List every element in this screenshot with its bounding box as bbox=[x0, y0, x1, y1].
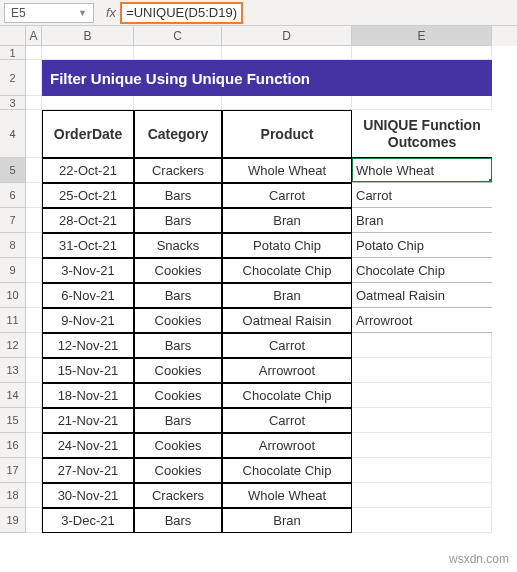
cell[interactable] bbox=[26, 46, 42, 60]
cell-product[interactable]: Bran bbox=[222, 208, 352, 233]
cell-category[interactable]: Bars bbox=[134, 333, 222, 358]
cell-category[interactable]: Cookies bbox=[134, 358, 222, 383]
cell-unique-out[interactable]: Bran bbox=[352, 208, 492, 233]
row-header[interactable]: 3 bbox=[0, 96, 26, 110]
row-header[interactable]: 16 bbox=[0, 433, 26, 458]
header-category[interactable]: Category bbox=[134, 110, 222, 158]
cell[interactable] bbox=[352, 96, 492, 110]
cell[interactable] bbox=[26, 508, 42, 533]
cell[interactable] bbox=[352, 508, 492, 533]
cell-orderdate[interactable]: 3-Dec-21 bbox=[42, 508, 134, 533]
header-orderdate[interactable]: OrderDate bbox=[42, 110, 134, 158]
cell[interactable] bbox=[352, 408, 492, 433]
cell[interactable] bbox=[352, 358, 492, 383]
cell[interactable] bbox=[26, 183, 42, 208]
cell-product[interactable]: Bran bbox=[222, 283, 352, 308]
cell-orderdate[interactable]: 25-Oct-21 bbox=[42, 183, 134, 208]
cell[interactable] bbox=[26, 408, 42, 433]
cell[interactable] bbox=[134, 96, 222, 110]
cell[interactable] bbox=[222, 96, 352, 110]
cell-orderdate[interactable]: 30-Nov-21 bbox=[42, 483, 134, 508]
cell[interactable] bbox=[26, 208, 42, 233]
cell[interactable] bbox=[26, 308, 42, 333]
cell-orderdate[interactable]: 24-Nov-21 bbox=[42, 433, 134, 458]
cell-unique-out[interactable]: Arrowroot bbox=[352, 308, 492, 333]
banner-title[interactable]: Filter Unique Using Unique Function bbox=[42, 60, 492, 96]
cell-orderdate[interactable]: 15-Nov-21 bbox=[42, 358, 134, 383]
row-header[interactable]: 5 bbox=[0, 158, 26, 183]
header-unique-out[interactable]: UNIQUE Function Outcomes bbox=[352, 110, 492, 158]
cell-product[interactable]: Chocolate Chip bbox=[222, 383, 352, 408]
select-all-corner[interactable] bbox=[0, 26, 26, 46]
cell-product[interactable]: Oatmeal Raisin bbox=[222, 308, 352, 333]
cell[interactable] bbox=[26, 358, 42, 383]
cell-product[interactable]: Carrot bbox=[222, 333, 352, 358]
cell-orderdate[interactable]: 27-Nov-21 bbox=[42, 458, 134, 483]
cell-category[interactable]: Bars bbox=[134, 408, 222, 433]
row-header[interactable]: 9 bbox=[0, 258, 26, 283]
cell[interactable] bbox=[26, 383, 42, 408]
cell-category[interactable]: Cookies bbox=[134, 383, 222, 408]
cell[interactable] bbox=[42, 96, 134, 110]
cell-orderdate[interactable]: 31-Oct-21 bbox=[42, 233, 134, 258]
row-header[interactable]: 14 bbox=[0, 383, 26, 408]
row-header[interactable]: 18 bbox=[0, 483, 26, 508]
cell-unique-out[interactable]: Whole Wheat bbox=[352, 158, 492, 183]
cell[interactable] bbox=[26, 110, 42, 158]
cell-product[interactable]: Arrowroot bbox=[222, 433, 352, 458]
col-header-c[interactable]: C bbox=[134, 26, 222, 46]
cell[interactable] bbox=[26, 158, 42, 183]
col-header-e[interactable]: E bbox=[352, 26, 492, 46]
cell-orderdate[interactable]: 6-Nov-21 bbox=[42, 283, 134, 308]
row-header[interactable]: 8 bbox=[0, 233, 26, 258]
row-header[interactable]: 15 bbox=[0, 408, 26, 433]
cell-unique-out[interactable]: Carrot bbox=[352, 183, 492, 208]
cell[interactable] bbox=[42, 46, 134, 60]
cell-orderdate[interactable]: 3-Nov-21 bbox=[42, 258, 134, 283]
cell-product[interactable]: Whole Wheat bbox=[222, 158, 352, 183]
col-header-d[interactable]: D bbox=[222, 26, 352, 46]
cell[interactable] bbox=[26, 96, 42, 110]
row-header[interactable]: 11 bbox=[0, 308, 26, 333]
cell-product[interactable]: Arrowroot bbox=[222, 358, 352, 383]
row-header[interactable]: 10 bbox=[0, 283, 26, 308]
col-header-b[interactable]: B bbox=[42, 26, 134, 46]
col-header-a[interactable]: A bbox=[26, 26, 42, 46]
cell-category[interactable]: Cookies bbox=[134, 433, 222, 458]
cell-orderdate[interactable]: 22-Oct-21 bbox=[42, 158, 134, 183]
row-header[interactable]: 19 bbox=[0, 508, 26, 533]
cell[interactable] bbox=[26, 258, 42, 283]
cell-category[interactable]: Cookies bbox=[134, 308, 222, 333]
cell-orderdate[interactable]: 12-Nov-21 bbox=[42, 333, 134, 358]
cell[interactable] bbox=[352, 433, 492, 458]
cell-product[interactable]: Whole Wheat bbox=[222, 483, 352, 508]
cell-product[interactable]: Carrot bbox=[222, 183, 352, 208]
cell[interactable] bbox=[352, 458, 492, 483]
cell[interactable] bbox=[352, 333, 492, 358]
cell[interactable] bbox=[26, 333, 42, 358]
cell-orderdate[interactable]: 28-Oct-21 bbox=[42, 208, 134, 233]
cell-category[interactable]: Crackers bbox=[134, 483, 222, 508]
name-box[interactable]: E5 ▼ bbox=[4, 3, 94, 23]
cell-category[interactable]: Cookies bbox=[134, 258, 222, 283]
cell-product[interactable]: Carrot bbox=[222, 408, 352, 433]
cell-product[interactable]: Chocolate Chip bbox=[222, 258, 352, 283]
fx-icon[interactable]: fx bbox=[98, 5, 120, 20]
formula-input[interactable]: =UNIQUE(D5:D19) bbox=[126, 5, 237, 20]
cell-orderdate[interactable]: 21-Nov-21 bbox=[42, 408, 134, 433]
cell[interactable] bbox=[352, 483, 492, 508]
cell[interactable] bbox=[26, 60, 42, 96]
header-product[interactable]: Product bbox=[222, 110, 352, 158]
cell-category[interactable]: Bars bbox=[134, 208, 222, 233]
cell[interactable] bbox=[134, 46, 222, 60]
cell-category[interactable]: Bars bbox=[134, 508, 222, 533]
cell-unique-out[interactable]: Chocolate Chip bbox=[352, 258, 492, 283]
cell-product[interactable]: Bran bbox=[222, 508, 352, 533]
cell[interactable] bbox=[352, 383, 492, 408]
row-header[interactable]: 12 bbox=[0, 333, 26, 358]
row-header[interactable]: 7 bbox=[0, 208, 26, 233]
row-header[interactable]: 17 bbox=[0, 458, 26, 483]
cell-product[interactable]: Potato Chip bbox=[222, 233, 352, 258]
cell-orderdate[interactable]: 9-Nov-21 bbox=[42, 308, 134, 333]
cell[interactable] bbox=[26, 233, 42, 258]
